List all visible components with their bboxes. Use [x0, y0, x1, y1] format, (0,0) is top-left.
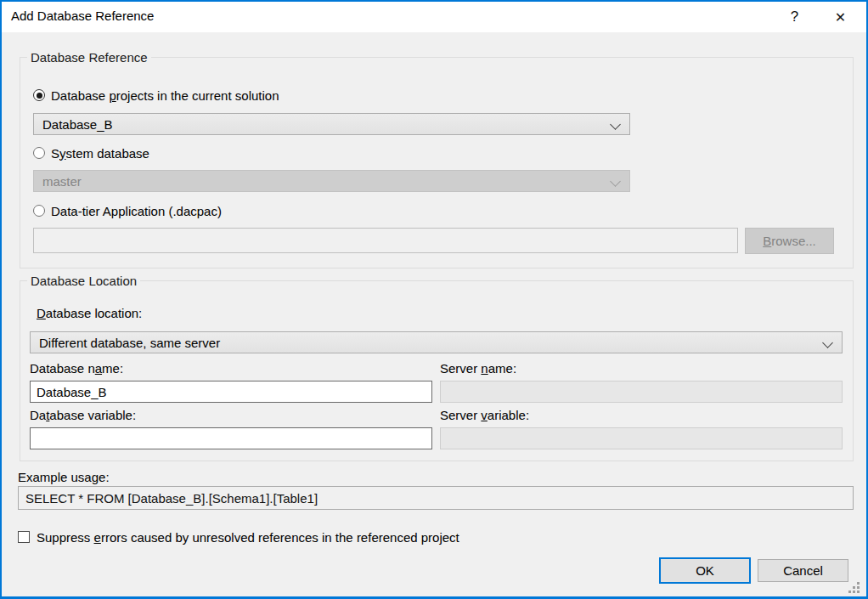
title-bar: Add Database Reference ? ✕ [2, 2, 866, 32]
radio-database-projects-label: Database projects in the current solutio… [51, 88, 279, 103]
server-variable-input [440, 427, 843, 449]
radio-database-projects[interactable]: Database projects in the current solutio… [33, 88, 279, 103]
database-name-input[interactable] [30, 381, 432, 403]
close-icon[interactable]: ✕ [821, 2, 860, 32]
suppress-errors-checkbox[interactable] [18, 531, 30, 543]
server-name-label: Server name: [440, 361, 516, 376]
system-database-combobox-value: master [42, 174, 82, 189]
chevron-down-icon [822, 337, 833, 348]
database-reference-group-title: Database Reference [27, 50, 151, 65]
radio-system-database[interactable]: System database [33, 145, 149, 161]
system-database-combobox: master [33, 170, 630, 192]
database-variable-input[interactable] [30, 427, 432, 449]
cancel-button[interactable]: Cancel [758, 559, 848, 582]
example-usage-box: SELECT * FROM [Database_B].[Schema1].[Ta… [18, 486, 854, 510]
help-icon[interactable]: ? [775, 2, 814, 32]
database-location-combobox-value: Different database, same server [39, 336, 220, 350]
browse-button-label: Browse... [763, 234, 816, 248]
database-name-label: Database name: [30, 361, 123, 376]
chevron-down-icon [610, 119, 621, 130]
database-project-combobox[interactable]: Database_B [33, 113, 630, 135]
radio-selected-icon [33, 89, 45, 101]
radio-unselected-icon [33, 205, 45, 217]
browse-button: Browse... [745, 228, 834, 254]
resize-grip-icon[interactable] [848, 591, 851, 593]
radio-dacpac[interactable]: Data-tier Application (.dacpac) [33, 203, 222, 218]
ok-button[interactable]: OK [659, 557, 751, 584]
dacpac-path-input [33, 228, 738, 253]
database-project-combobox-value: Database_B [42, 117, 113, 132]
radio-unselected-icon [33, 147, 45, 159]
server-name-input [440, 381, 843, 403]
radio-system-database-label: System database [51, 146, 149, 161]
chevron-down-icon [610, 176, 621, 187]
suppress-errors-label[interactable]: Suppress errors caused by unresolved ref… [37, 530, 459, 545]
database-variable-label: Database variable: [30, 408, 136, 422]
radio-dacpac-label: Data-tier Application (.dacpac) [51, 204, 222, 218]
add-database-reference-dialog: Add Database Reference ? ✕ Database Refe… [0, 0, 868, 599]
database-location-combobox[interactable]: Different database, same server [30, 331, 843, 353]
database-location-label: Database location: [37, 306, 142, 320]
server-variable-label: Server variable: [440, 408, 529, 422]
database-location-group-title: Database Location [27, 274, 140, 288]
dialog-title: Add Database Reference [11, 8, 154, 23]
example-usage-label: Example usage: [18, 470, 110, 484]
example-usage-text: SELECT * FROM [Database_B].[Schema1].[Ta… [25, 491, 318, 506]
